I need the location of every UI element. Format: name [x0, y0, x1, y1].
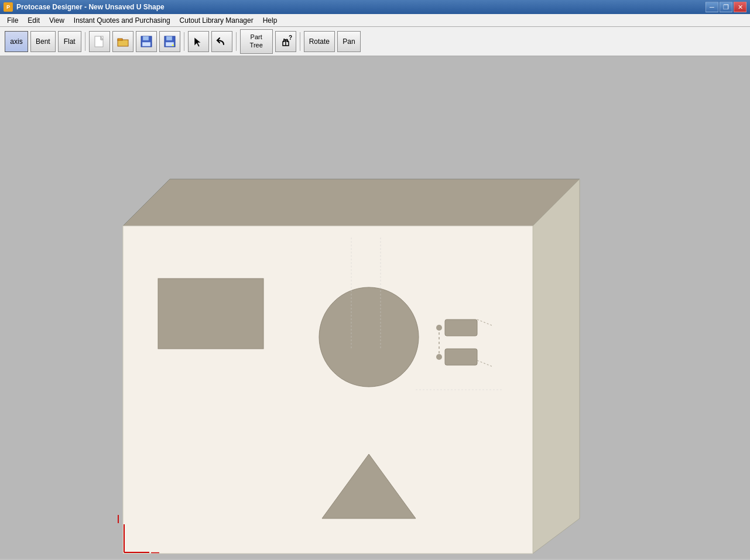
- app-icon: P: [4, 2, 13, 12]
- bent-button[interactable]: Bent: [30, 31, 56, 52]
- svg-text:|: |: [117, 514, 119, 523]
- select-button[interactable]: [188, 31, 209, 52]
- title-bar-controls[interactable]: ─ ❐ ✕: [706, 2, 746, 12]
- svg-text:+: +: [172, 43, 174, 48]
- svg-rect-3: [118, 40, 128, 46]
- menu-instant-quotes[interactable]: Instant Quotes and Purchasing: [69, 15, 175, 26]
- close-button[interactable]: ✕: [734, 2, 746, 12]
- menu-edit[interactable]: Edit: [23, 15, 44, 26]
- separator-3: [236, 32, 237, 51]
- axis-button[interactable]: axis: [5, 31, 28, 52]
- save-button[interactable]: [136, 31, 157, 52]
- svg-rect-7: [142, 42, 150, 46]
- window-title: Protocase Designer - New Unsaved U Shape: [16, 3, 165, 11]
- svg-rect-17: [158, 279, 263, 349]
- svg-rect-4: [118, 39, 122, 40]
- svg-rect-19: [445, 319, 477, 336]
- open-icon: [117, 35, 129, 48]
- svg-rect-20: [445, 349, 477, 365]
- save-as-button[interactable]: +: [159, 31, 180, 52]
- open-button[interactable]: [112, 31, 133, 52]
- separator-4: [300, 32, 300, 51]
- menu-view[interactable]: View: [44, 15, 69, 26]
- svg-marker-14: [123, 179, 580, 226]
- menu-file[interactable]: File: [2, 15, 23, 26]
- part-tree-line2: Tree: [250, 42, 263, 49]
- pan-button[interactable]: Pan: [337, 31, 361, 52]
- svg-marker-15: [533, 179, 580, 554]
- save-as-icon: +: [163, 35, 176, 48]
- title-bar-text: P Protocase Designer - New Unsaved U Sha…: [4, 2, 165, 12]
- flat-button[interactable]: Flat: [58, 31, 81, 52]
- svg-marker-12: [194, 37, 201, 47]
- new-icon: [93, 35, 106, 48]
- toolbar: axis Bent Flat +: [0, 27, 750, 56]
- save-icon: [140, 35, 153, 48]
- menu-cutout-library[interactable]: Cutout Library Manager: [175, 15, 258, 26]
- restore-button[interactable]: ❐: [720, 2, 732, 12]
- svg-text:—: —: [151, 548, 159, 557]
- menu-bar: File Edit View Instant Quotes and Purcha…: [0, 14, 750, 27]
- main-canvas[interactable]: | —: [0, 56, 750, 559]
- part-tree-button[interactable]: Part Tree: [240, 29, 273, 54]
- cursor-icon: [192, 35, 205, 48]
- minimize-button[interactable]: ─: [706, 2, 718, 12]
- separator-2: [184, 32, 184, 51]
- hand-help-icon: ?: [278, 34, 293, 49]
- menu-help[interactable]: Help: [258, 15, 282, 26]
- svg-rect-9: [166, 36, 172, 40]
- separator-1: [85, 32, 85, 51]
- undo-button[interactable]: [211, 31, 232, 52]
- rotate-button[interactable]: Rotate: [304, 31, 335, 52]
- new-button[interactable]: [89, 31, 110, 52]
- part-tree-line1: Part: [251, 33, 262, 41]
- undo-icon: [215, 35, 228, 48]
- svg-marker-16: [123, 226, 533, 554]
- svg-text:?: ?: [289, 35, 292, 41]
- svg-point-18: [319, 287, 419, 387]
- 3d-box-view: | —: [94, 144, 591, 559]
- svg-rect-6: [143, 36, 149, 40]
- title-bar: P Protocase Designer - New Unsaved U Sha…: [0, 0, 750, 14]
- help-hand-button[interactable]: ?: [275, 31, 296, 52]
